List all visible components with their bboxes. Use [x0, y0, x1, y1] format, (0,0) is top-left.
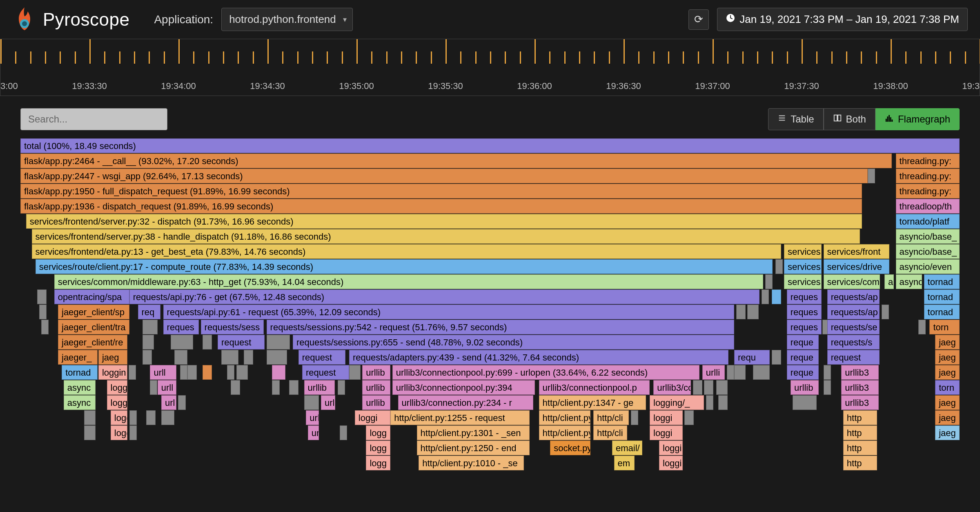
flame-bar[interactable]: torn	[935, 380, 960, 395]
flame-bar[interactable]: loggi	[355, 410, 390, 425]
flame-bar[interactable]	[272, 365, 285, 380]
flame-bar[interactable]	[727, 365, 734, 380]
flame-bar[interactable]: services/frontend/server.py:32 - dispatc…	[26, 214, 862, 229]
flame-bar[interactable]: http/client.py:1301 - _sen	[417, 425, 530, 440]
flame-bar[interactable]: loggi	[111, 410, 127, 425]
flame-bar[interactable]	[765, 274, 773, 289]
flame-bar[interactable]: urllib	[791, 380, 819, 395]
flame-bar[interactable]: loggi	[659, 441, 683, 455]
flame-bar[interactable]: urllib3/connection.py:234 - r	[398, 395, 533, 410]
flame-bar[interactable]	[918, 320, 926, 334]
flame-bar[interactable]: http	[843, 410, 877, 425]
flame-bar[interactable]: urllib	[362, 395, 390, 410]
flame-bar[interactable]: services/common/middleware.py:63 - http_…	[54, 274, 764, 289]
flame-bar[interactable]: urll	[150, 365, 176, 380]
flame-bar[interactable]: http/cli	[593, 425, 627, 440]
flame-bar[interactable]: request	[827, 350, 880, 365]
flame-bar[interactable]: email/	[612, 441, 642, 455]
flame-bar[interactable]: total (100%, 18.49 seconds)	[20, 138, 960, 153]
flame-bar[interactable]	[37, 289, 47, 304]
flame-bar[interactable]: services/frontend/eta.py:13 - get_best_e…	[32, 244, 781, 259]
flame-bar[interactable]: requests/sessions.py:655 - send (48.78%,…	[293, 335, 734, 349]
flame-bar[interactable]: requests/api.py:61 - request (65.39%, 12…	[163, 305, 734, 319]
flame-bar[interactable]	[143, 320, 158, 334]
flame-bar[interactable]: http/cli	[593, 410, 629, 425]
flame-bar[interactable]: flask/app.py:1936 - dispatch_request (91…	[20, 199, 862, 214]
flame-bar[interactable]: requests/ap	[827, 289, 880, 304]
flame-bar[interactable]: http/client.py:1347 - ge	[539, 395, 646, 410]
flame-bar[interactable]: url	[321, 395, 335, 410]
flame-bar[interactable]: flask/app.py:2447 - wsgi_app (92.64%, 17…	[20, 169, 868, 183]
flame-bar[interactable]: requests/sess	[201, 320, 264, 334]
flame-bar[interactable]	[221, 350, 238, 365]
flame-bar[interactable]: url	[161, 395, 176, 410]
flame-bar[interactable]: requests/api.py:76 - get (67.5%, 12.48 s…	[129, 289, 760, 304]
flame-bar[interactable]	[143, 335, 154, 349]
flame-bar[interactable]	[762, 289, 769, 304]
flame-bar[interactable]: http/client.py	[539, 410, 591, 425]
flame-bar[interactable]: requests/s	[827, 335, 880, 349]
flame-bar[interactable]: asyncio/base_	[896, 244, 960, 259]
flame-bar[interactable]: urllib	[362, 365, 390, 380]
flame-bar[interactable]: jaeger_client/sp	[58, 305, 129, 319]
flame-bar[interactable]	[684, 410, 694, 425]
flame-bar[interactable]: loggi	[659, 456, 683, 470]
flame-bar[interactable]: requests/ap	[827, 305, 880, 319]
flame-bar[interactable]: urll	[308, 425, 319, 440]
flame-bar[interactable]: urllib3/connectionpool.p	[539, 380, 650, 395]
flame-bar[interactable]: urll	[306, 410, 319, 425]
flame-bar[interactable]	[174, 350, 187, 365]
flame-bar[interactable]: tornado/platf	[896, 214, 960, 229]
flame-bar[interactable]	[129, 365, 136, 380]
flame-bar[interactable]: reques	[787, 320, 822, 334]
flame-bar[interactable]	[340, 425, 347, 440]
flame-bar[interactable]: logg	[366, 425, 390, 440]
flame-bar[interactable]: urllib	[362, 380, 390, 395]
flame-bar[interactable]: jaeg	[935, 365, 960, 380]
flame-bar[interactable]	[236, 365, 248, 380]
flame-bar[interactable]: services/drive	[824, 259, 889, 274]
flame-bar[interactable]: async	[64, 395, 96, 410]
flame-bar[interactable]: req	[138, 305, 160, 319]
flame-bar[interactable]: tornad	[924, 305, 960, 319]
flame-bar[interactable]: torn	[929, 320, 960, 334]
flame-bar[interactable]: threading.py:	[896, 169, 960, 183]
flame-bar[interactable]: loggi	[107, 395, 128, 410]
flame-bar[interactable]: asyncio/base_	[896, 229, 960, 244]
flame-bar[interactable]	[267, 335, 290, 349]
flame-bar[interactable]	[704, 380, 713, 395]
flame-bar[interactable]: reques	[163, 320, 199, 334]
flame-bar[interactable]: http/client.py	[539, 425, 591, 440]
flame-bar[interactable]	[143, 350, 152, 365]
flame-bar[interactable]: as	[884, 274, 894, 289]
flame-bar[interactable]: socket.py:	[550, 441, 590, 455]
flame-bar[interactable]: requests/sessions.py:542 - request (51.7…	[267, 320, 734, 334]
flame-bar[interactable]: services	[784, 274, 822, 289]
date-range-picker[interactable]: Jan 19, 2021 7:33 PM – Jan 19, 2021 7:38…	[717, 8, 968, 31]
flame-bar[interactable]	[304, 395, 319, 410]
flame-bar[interactable]: asyncio	[896, 274, 922, 289]
flame-bar[interactable]: jaeger_client/tra	[58, 320, 129, 334]
flame-bar[interactable]	[793, 395, 817, 410]
flame-bar[interactable]: jaeg	[935, 350, 960, 365]
flame-bar[interactable]: urllib3	[841, 395, 879, 410]
flame-bar[interactable]	[631, 410, 638, 425]
flame-bar[interactable]: tornad	[924, 274, 960, 289]
flame-bar[interactable]: reque	[787, 335, 819, 349]
flame-bar[interactable]	[267, 350, 287, 365]
flame-bar[interactable]: jaeger_	[58, 350, 98, 365]
flame-bar[interactable]: async	[64, 380, 96, 395]
flame-bar[interactable]: threading.py:	[896, 184, 960, 198]
flame-bar[interactable]: urllib3/connectionpool.py:394	[392, 380, 535, 395]
flame-bar[interactable]	[84, 410, 96, 425]
flame-bar[interactable]	[39, 305, 47, 319]
flame-bar[interactable]: asyncio/even	[896, 259, 960, 274]
flame-bar[interactable]	[718, 395, 728, 410]
flame-bar[interactable]: threading.py:	[896, 154, 960, 168]
flame-bar[interactable]	[227, 365, 234, 380]
flame-bar[interactable]: loggi	[111, 425, 127, 440]
flame-bar[interactable]	[203, 365, 212, 380]
flame-bar[interactable]: loggi	[650, 410, 683, 425]
flame-bar[interactable]: urll	[158, 380, 176, 395]
flame-bar[interactable]: urlli	[702, 365, 725, 380]
